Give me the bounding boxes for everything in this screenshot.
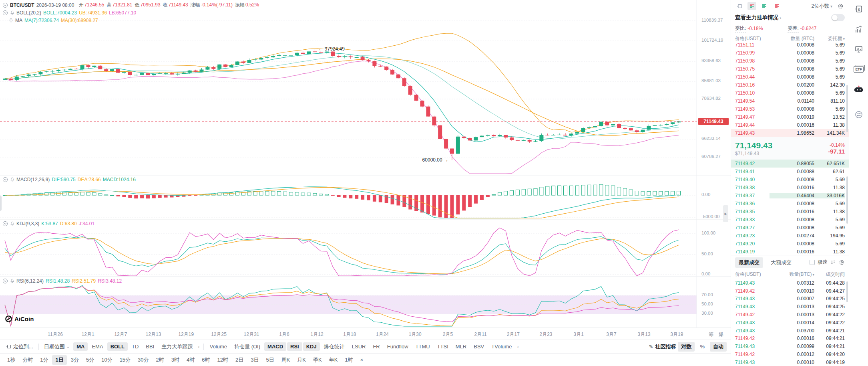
- timeframe-button[interactable]: 4时: [183, 355, 198, 365]
- indicator-toggle-button[interactable]: 主力大单跟踪: [158, 342, 196, 352]
- timeframe-button[interactable]: 季K: [310, 355, 325, 365]
- indicator-toggle-button[interactable]: 持仓量 (OI): [231, 342, 263, 352]
- orderbook-buy-row[interactable]: 71149.400.000085.69: [731, 176, 849, 184]
- scrollbar[interactable]: [846, 281, 848, 302]
- trade-row[interactable]: 71149.430.0001409:44:22: [731, 319, 849, 327]
- orders-dollar-icon[interactable]: $: [854, 4, 864, 14]
- alert-bell-icon[interactable]: [10, 279, 14, 283]
- indicator-toggle-button[interactable]: LSUR: [349, 342, 369, 351]
- trade-row[interactable]: 71149.420.0001209:44:20: [731, 350, 849, 358]
- monitor-chart-icon[interactable]: [854, 44, 864, 55]
- tab-large-trades[interactable]: 大额成交: [767, 257, 795, 268]
- timeframe-button[interactable]: 1日: [52, 355, 66, 365]
- collapse-chevron-icon[interactable]: [2, 221, 8, 226]
- timeframe-button[interactable]: 12时: [214, 355, 231, 365]
- date-range-button[interactable]: 日期范围 ⌄: [42, 342, 72, 352]
- trade-row[interactable]: 71149.430.0031209:44:28: [731, 279, 849, 287]
- percent-scale-button[interactable]: %: [697, 342, 708, 351]
- orderbook-buy-row[interactable]: 71149.350.0001611.38: [731, 208, 849, 216]
- timeframe-button[interactable]: 月K: [294, 355, 309, 365]
- timeframe-button[interactable]: 6时: [199, 355, 213, 365]
- indicator-toggle-button[interactable]: KDJ: [303, 342, 320, 351]
- tab-latest-trades[interactable]: 最新成交: [735, 257, 763, 268]
- trade-row[interactable]: 71149.430.0001309:44:25: [731, 303, 849, 311]
- orderbook-sell-row[interactable]: 71150.750.000085.69: [731, 65, 849, 73]
- collapse-chevron-icon[interactable]: [2, 2, 8, 8]
- timeframe-button[interactable]: 15分: [117, 355, 134, 365]
- orderbook-sell-row[interactable]: 71150.160.00200142.30: [731, 81, 849, 89]
- swap-icon[interactable]: [854, 109, 864, 120]
- timeframe-button[interactable]: 年K: [326, 355, 341, 365]
- book-sell-view-icon[interactable]: [772, 2, 781, 10]
- etf-icon[interactable]: ETF: [854, 64, 864, 75]
- chart-area[interactable]: ← 97924.4960000.00 → BTC/USDT 2026-03-19…: [0, 0, 731, 328]
- indicator-toggle-button[interactable]: TD: [129, 342, 142, 351]
- orderbook-buy-row[interactable]: 71149.230.00274194.95: [731, 232, 849, 240]
- alert-bell-icon[interactable]: [10, 177, 14, 182]
- orderbook-buy-row[interactable]: 71149.360.000085.69: [731, 200, 849, 208]
- indicator-toggle-button[interactable]: 爆仓统计: [321, 342, 348, 352]
- book-both-view-icon[interactable]: [747, 2, 756, 10]
- orderbook-sell-row[interactable]: 71149.540.01140811.10: [731, 97, 849, 105]
- indicator-toggle-button[interactable]: FR: [370, 342, 383, 351]
- trade-row[interactable]: 71149.420.0001009:44:27: [731, 287, 849, 295]
- collapse-chevron-icon[interactable]: [2, 278, 8, 284]
- gear-icon[interactable]: [836, 2, 845, 10]
- orderbook-buy-row[interactable]: 71149.200.000085.69: [731, 240, 849, 248]
- log-scale-button[interactable]: 对数: [678, 342, 695, 352]
- sort-icon[interactable]: [830, 260, 836, 265]
- main-orders-hint[interactable]: 查看主力挂单情况 ›: [731, 12, 849, 23]
- timeframe-button[interactable]: 1时: [342, 355, 356, 365]
- orderbook-sell-row[interactable]: 71149.431.98652141.34K: [731, 129, 849, 137]
- chevron-right-icon[interactable]: ›: [197, 344, 200, 350]
- left-collapse-handle[interactable]: [0, 196, 2, 211]
- trend-chart-icon[interactable]: [854, 24, 864, 34]
- trade-row[interactable]: 71149.430.0370009:44:21: [731, 327, 849, 335]
- scrollbar[interactable]: [846, 85, 848, 132]
- timeframe-button[interactable]: 2时: [153, 355, 167, 365]
- timeframe-button[interactable]: 3分: [68, 355, 82, 365]
- chip-distribution-button[interactable]: 筹: [709, 331, 713, 338]
- timeframe-button[interactable]: 10分: [98, 355, 115, 365]
- indicator-toggle-button[interactable]: Volume: [207, 342, 230, 351]
- auto-scale-button[interactable]: 自动: [710, 342, 727, 352]
- robot-icon[interactable]: [854, 84, 864, 95]
- indicator-toggle-button[interactable]: BOLL: [107, 342, 128, 351]
- timeframe-button[interactable]: 分时: [19, 355, 36, 365]
- orderbook-sell-row[interactable]: 71150.990.000085.69: [731, 49, 849, 57]
- x-axis[interactable]: 11月2612月112月712月1312月1912月2512月311月61月12…: [0, 328, 731, 340]
- fast-mode-checkbox[interactable]: [810, 260, 815, 265]
- collapse-chevron-icon[interactable]: [2, 10, 8, 16]
- indicator-toggle-button[interactable]: BSV: [470, 342, 487, 351]
- orderbook-buy-row[interactable]: 71149.370.4640433.016K: [731, 192, 849, 200]
- last-price-block[interactable]: 71,149.43 $71,149.43 -0.14% -97.11: [731, 137, 849, 160]
- indicator-toggle-button[interactable]: EMA: [88, 342, 106, 351]
- alert-bell-icon[interactable]: [10, 221, 14, 226]
- scrollbar[interactable]: [846, 176, 848, 224]
- main-orders-toggle[interactable]: [831, 14, 845, 21]
- community-indicators-button[interactable]: 社区指标: [655, 343, 676, 350]
- decimals-dropdown[interactable]: 2位小数 ▾: [812, 3, 832, 10]
- orderbook-sell-row[interactable]: 71150.980.000085.69: [731, 57, 849, 65]
- alert-bell-icon[interactable]: [9, 18, 13, 23]
- orderbook-buy-row[interactable]: 71149.330.000085.69: [731, 216, 849, 224]
- orderbook-buy-row[interactable]: 71149.190.0001611.38: [731, 248, 849, 255]
- book-buy-view-icon[interactable]: [760, 2, 769, 10]
- trade-row[interactable]: 71149.430.0001009:44:19: [731, 358, 849, 366]
- orderbook-sell-row[interactable]: 71151.110.000085.69: [731, 43, 849, 49]
- indicator-toggle-button[interactable]: MACD: [264, 342, 286, 351]
- timeframe-button[interactable]: 5日: [263, 355, 277, 365]
- indicator-toggle-button[interactable]: Fundflow: [384, 342, 412, 351]
- amount-column-header[interactable]: 委托额▾: [814, 35, 845, 42]
- collapse-chevron-icon[interactable]: [2, 177, 8, 182]
- trade-row[interactable]: 71149.420.0001309:44:22: [731, 311, 849, 319]
- trade-row[interactable]: 71149.430.0009909:44:21: [731, 342, 849, 350]
- trade-row[interactable]: 71149.430.0000709:44:25: [731, 295, 849, 303]
- panel-collapse-handle[interactable]: ▶: [723, 205, 728, 222]
- timeframe-button[interactable]: 30分: [135, 355, 152, 365]
- trade-row[interactable]: 71149.420.0001609:44:21: [731, 335, 849, 343]
- indicator-toggle-button[interactable]: MLR: [452, 342, 470, 351]
- timeframe-button[interactable]: 1分: [37, 355, 51, 365]
- close-timeframe-button[interactable]: ×: [357, 356, 367, 364]
- timeframe-button[interactable]: 3日: [247, 355, 262, 365]
